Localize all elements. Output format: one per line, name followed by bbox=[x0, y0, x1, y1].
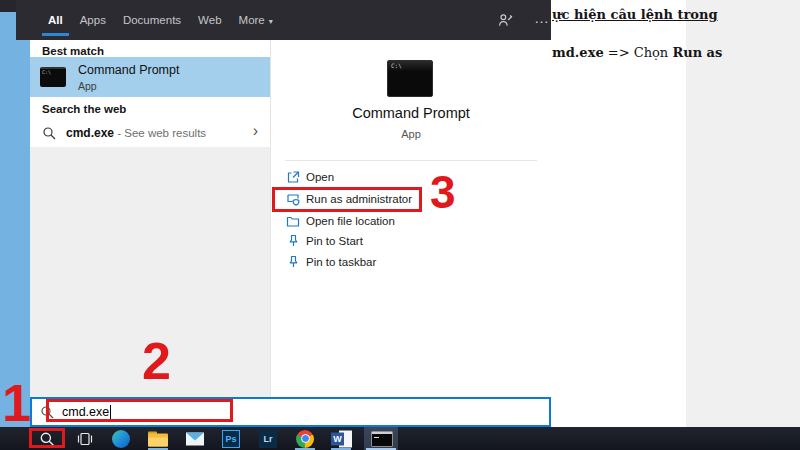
desktop-wallpaper-strip bbox=[0, 0, 30, 427]
task-view-icon bbox=[77, 431, 93, 446]
action-label: Open file location bbox=[306, 215, 395, 227]
document-bold-text: md.exe bbox=[552, 45, 604, 60]
search-flyout-header: All Apps Documents Web More▾ … bbox=[16, 0, 551, 40]
annotation-box-taskbar-search bbox=[29, 428, 65, 448]
terminal-prompt-glyph: C:\ bbox=[42, 69, 51, 75]
document-regular-text: => Chọn bbox=[604, 45, 673, 60]
annotation-step-1: 1 bbox=[2, 380, 31, 427]
action-pin-to-start[interactable]: Pin to Start bbox=[271, 231, 551, 251]
start-button[interactable] bbox=[9, 431, 24, 446]
preview-pane: C:\ Command Prompt App Open R bbox=[271, 40, 551, 397]
command-prompt-taskbar-icon[interactable] bbox=[371, 431, 393, 447]
photoshop-icon[interactable]: Ps bbox=[222, 430, 240, 448]
preview-app-title: Command Prompt bbox=[271, 105, 551, 121]
action-open-file-location[interactable]: Open file location bbox=[271, 211, 551, 231]
preview-divider bbox=[285, 160, 537, 161]
annotation-step-2: 2 bbox=[142, 338, 171, 385]
chevron-right-icon[interactable]: › bbox=[253, 122, 258, 140]
document-bold-text2: Run as bbox=[672, 45, 722, 60]
tab-more[interactable]: More▾ bbox=[233, 0, 279, 40]
tab-all[interactable]: All bbox=[42, 0, 69, 40]
action-label: Pin to Start bbox=[306, 235, 363, 247]
command-prompt-icon-large: C:\ bbox=[387, 60, 433, 97]
terminal-prompt-glyph: C:\ bbox=[391, 62, 402, 69]
result-text: Command Prompt App bbox=[78, 63, 179, 92]
mail-icon[interactable] bbox=[186, 432, 204, 445]
envelope-flap bbox=[186, 432, 204, 440]
background-window-corner bbox=[0, 0, 16, 12]
action-label: Pin to taskbar bbox=[306, 256, 376, 268]
web-result-row[interactable]: cmd.exe - See web results › bbox=[30, 118, 270, 147]
action-open[interactable]: Open bbox=[271, 167, 551, 187]
document-heading-text: ực hiện câu lệnh trong bbox=[552, 7, 718, 22]
annotation-box-search-query bbox=[46, 399, 233, 422]
pin-icon bbox=[286, 255, 300, 269]
word-letter: W bbox=[331, 432, 344, 445]
pin-icon bbox=[286, 234, 300, 248]
folder-front bbox=[148, 437, 168, 446]
search-icon bbox=[42, 126, 56, 140]
folder-icon bbox=[286, 214, 300, 228]
chevron-down-icon: ▾ bbox=[269, 17, 273, 26]
annotation-step-3: 3 bbox=[430, 172, 456, 213]
annotation-box-run-as-admin bbox=[272, 187, 422, 212]
tab-more-label: More bbox=[239, 14, 265, 26]
lightroom-icon[interactable]: Lr bbox=[259, 430, 277, 448]
tab-web[interactable]: Web bbox=[192, 0, 227, 40]
taskbar: Ps Lr W bbox=[0, 427, 800, 450]
task-view-button[interactable] bbox=[77, 431, 93, 446]
best-match-heading: Best match bbox=[42, 45, 104, 57]
result-title: Command Prompt bbox=[78, 63, 179, 77]
tab-apps[interactable]: Apps bbox=[74, 0, 112, 40]
action-pin-to-taskbar[interactable]: Pin to taskbar bbox=[271, 252, 551, 272]
search-flyout-body: Best match C:\ Command Prompt App Search… bbox=[30, 40, 551, 397]
document-body-text: md.exe => Chọn Run as bbox=[552, 45, 722, 60]
tab-documents[interactable]: Documents bbox=[117, 0, 187, 40]
action-label: Open bbox=[306, 171, 334, 183]
command-prompt-icon: C:\ bbox=[40, 67, 66, 87]
search-web-heading: Search the web bbox=[42, 103, 126, 115]
web-query: cmd.exe bbox=[66, 126, 114, 140]
file-explorer-icon[interactable] bbox=[148, 431, 168, 446]
chrome-core bbox=[301, 434, 310, 443]
web-suffix: - See web results bbox=[114, 127, 206, 139]
ellipsis-menu-icon[interactable]: … bbox=[534, 0, 550, 40]
result-command-prompt[interactable]: C:\ Command Prompt App bbox=[30, 57, 270, 97]
chrome-icon[interactable] bbox=[296, 430, 314, 448]
word-icon[interactable]: W bbox=[331, 430, 352, 447]
preview-app-subtitle: App bbox=[271, 128, 551, 140]
result-subtitle: App bbox=[78, 80, 179, 92]
edge-browser-icon[interactable] bbox=[112, 430, 130, 448]
feedback-icon[interactable] bbox=[498, 13, 513, 28]
screen: ực hiện câu lệnh trong md.exe => Chọn Ru… bbox=[0, 0, 800, 450]
open-icon bbox=[286, 170, 300, 184]
